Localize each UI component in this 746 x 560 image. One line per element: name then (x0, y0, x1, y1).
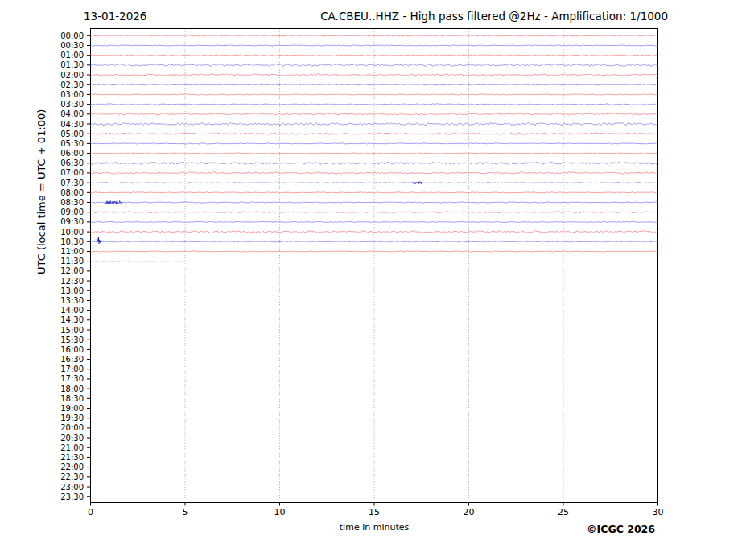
trace-row-0530 (91, 143, 658, 144)
copyright-text: ©ICGC 2026 (587, 523, 655, 535)
trace-row-0600 (91, 153, 658, 154)
trace-row-0800 (91, 192, 658, 193)
trace-row-0400 (91, 113, 658, 115)
trace-row-1100 (91, 251, 658, 252)
event-spike-1030 (97, 237, 102, 243)
trace-row-1030 (91, 241, 658, 242)
helicorder-screenshot: 13-01-2026 CA.CBEU..HHZ - High pass filt… (0, 0, 746, 560)
trace-row-0300 (91, 94, 658, 95)
trace-row-0000 (91, 35, 658, 36)
trace-row-0100 (91, 55, 658, 56)
helicorder-plot-canvas (0, 0, 746, 560)
event-burst-0830 (105, 201, 122, 204)
trace-row-0030 (91, 45, 658, 46)
trace-row-0230 (91, 84, 658, 85)
x-axis-title: time in minutes (294, 522, 455, 533)
trace-row-1130 (91, 261, 191, 261)
trace-row-0830 (91, 202, 658, 203)
